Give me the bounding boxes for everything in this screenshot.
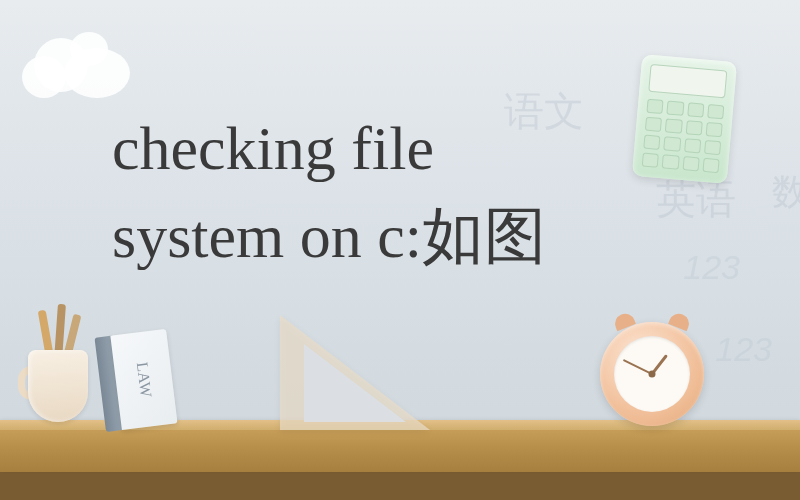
book-decoration: LAW	[94, 329, 177, 432]
pencil-cup	[18, 330, 100, 422]
text-line-1: checking file	[112, 104, 546, 192]
alarm-clock	[600, 322, 704, 426]
calculator-decoration	[632, 54, 737, 184]
triangle-ruler-hole	[304, 344, 406, 422]
bg-num-1: 123	[683, 248, 740, 287]
shelf-shadow	[0, 472, 800, 500]
bg-num-2: 123	[715, 330, 772, 369]
book-label: LAW	[133, 361, 155, 398]
question-text: checking file system on c:如图	[112, 104, 546, 280]
cloud-decoration	[22, 30, 142, 105]
text-line-2: system on c:如图	[112, 192, 546, 280]
bg-label-shuxue: 数学	[772, 168, 800, 217]
